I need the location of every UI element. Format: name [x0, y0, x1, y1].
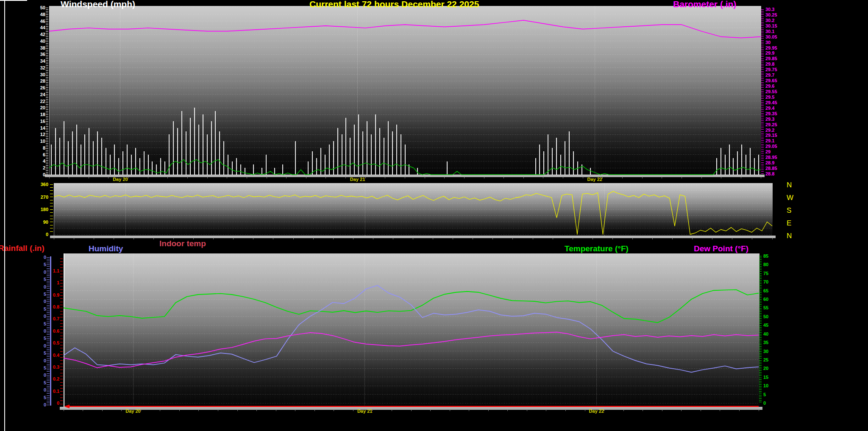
temperature-f-tick-label: 60: [763, 297, 768, 302]
temperature-f-tick-label: 20: [763, 366, 768, 371]
windspeed-mph-tick-label: 22: [20, 99, 45, 104]
humidity-pct-tick-label: 0: [21, 358, 46, 363]
windspeed-mph-tick-label: 32: [20, 65, 45, 70]
barometer-in-tick-label: 29.25: [765, 122, 777, 127]
rainfall-in-tick-label: 0.9: [34, 292, 59, 298]
humidity-pct-tick-label: 0: [21, 314, 46, 319]
temperature-f-tick-label: 85: [763, 253, 768, 259]
barometer-in-tick-label: 28.95: [765, 155, 777, 160]
humidity-pct-tick-label: 0: [21, 299, 46, 304]
barometer-in-tick-label: 30: [765, 40, 771, 45]
windspeed-mph-tick-label: 20: [20, 105, 45, 110]
windspeed-mph-tick-label: 0: [20, 172, 45, 177]
wind-direction-deg-tick-label: 270: [23, 195, 48, 200]
barometer-in-tick-label: 30.05: [765, 34, 777, 39]
indoor-temp-label: Indoor temp: [159, 239, 206, 248]
humidity-pct-tick-label: 0: [21, 328, 46, 334]
temperature-f-tick-label: 40: [763, 331, 768, 336]
windspeed-mph-tick-label: 8: [20, 145, 45, 150]
day-label: Day 20: [113, 177, 128, 182]
day-label: Day 21: [350, 177, 365, 182]
barometer-in-tick-label: 29.9: [765, 50, 774, 56]
barometer-in-tick-label: 30.15: [765, 23, 777, 28]
windspeed-barometer-plot-area: [49, 6, 761, 175]
compass-letter-w: W: [787, 194, 799, 202]
wind-direction-deg-tick-label: 360: [23, 182, 48, 187]
barometer-title: Barometer (.in): [673, 0, 736, 9]
barometer-in-tick-label: 29.95: [765, 45, 777, 50]
humidity-pct-tick-label: 5: [21, 292, 46, 297]
barometer-in-tick-label: 28.8: [765, 171, 774, 176]
windspeed-mph-tick-label: 10: [20, 139, 45, 144]
temperature-f-tick-label: 10: [763, 383, 768, 388]
wind-direction-deg-axis: [50, 184, 53, 231]
rainfall-in-axis: [60, 259, 63, 404]
humidity-pct-tick-label: 0: [21, 343, 46, 348]
rainfall-in-tick-label: 0.1: [34, 389, 59, 394]
temperature-label: Temperature (°F): [565, 244, 629, 253]
humidity-pct-tick-label: 0: [21, 402, 46, 407]
humidity-pct-tick-label: 5: [21, 262, 46, 267]
temperature-f-tick-label: 75: [763, 271, 768, 276]
rainfall-in-tick-label: 0.4: [34, 353, 59, 358]
temp-humidity-dew-rain-x-axis-bar: [60, 407, 762, 410]
humidity-pct-tick-label: 5: [21, 336, 46, 341]
barometer-in-tick-label: 29.55: [765, 89, 777, 94]
temperature-f-tick-label: 5: [763, 392, 766, 397]
temperature-f-tick-label: 65: [763, 288, 768, 293]
temperature-f-tick-label: 80: [763, 262, 768, 267]
humidity-pct-tick-label: 5: [21, 380, 46, 385]
rainfall-in-tick-label: 0: [34, 400, 59, 406]
barometer-in-tick-label: 29.2: [765, 128, 774, 133]
humidity-pct-tick-label: 0: [21, 270, 46, 275]
humidity-pct-tick-label: 5: [21, 350, 46, 356]
humidity-pct-tick-label: 5: [21, 365, 46, 370]
barometer-in-tick-label: 29: [765, 149, 771, 154]
barometer-in-tick-label: 29.6: [765, 83, 774, 89]
compass-letter-e: E: [787, 219, 799, 228]
windspeed-mph-tick-label: 2: [20, 165, 45, 170]
rainfall-in-tick-label: 0.6: [34, 328, 59, 334]
rainfall-in-tick-label: 0.2: [34, 376, 59, 381]
windspeed-mph-tick-label: 40: [20, 39, 45, 44]
barometer-in-tick-label: 29.65: [765, 78, 777, 83]
wind-direction-deg-tick-label: 90: [23, 220, 48, 225]
barometer-in-tick-label: 28.85: [765, 166, 777, 171]
barometer-in-tick-label: 29.1: [765, 138, 774, 143]
wind-direction-x-axis-bar: [50, 236, 776, 238]
windspeed-mph-tick-label: 36: [20, 52, 45, 57]
wind-direction-deg-tick-label: 180: [23, 207, 48, 212]
compass-letter-n2: N: [787, 232, 799, 240]
windspeed-mph-tick-label: 12: [20, 132, 45, 137]
windspeed-mph-tick-label: 38: [20, 45, 45, 50]
barometer-in-tick-label: 29.4: [765, 106, 774, 111]
barometer-in-tick-label: 29.85: [765, 56, 777, 61]
humidity-pct-tick-label: 5: [21, 395, 46, 400]
barometer-in-tick-label: 29.05: [765, 144, 777, 149]
temperature-f-tick-label: 35: [763, 340, 768, 345]
temperature-f-tick-label: 15: [763, 375, 768, 380]
barometer-in-tick-label: 29.3: [765, 117, 774, 122]
barometer-in-tick-label: 28.9: [765, 160, 774, 165]
humidity-pct-tick-label: 0: [21, 373, 46, 378]
humidity-pct-tick-label: 5: [21, 321, 46, 326]
windspeed-mph-tick-label: 34: [20, 58, 45, 64]
barometer-in-tick-label: 30.2: [765, 18, 774, 23]
window-border-top: [0, 0, 27, 1]
compass-letter-s: S: [787, 206, 799, 215]
windspeed-mph-tick-label: 6: [20, 152, 45, 157]
temp-humidity-dew-rain-plot-area: [64, 253, 760, 407]
wind-direction-plot-area: [54, 183, 773, 236]
humidity-pct-tick-label: 5: [21, 306, 46, 311]
rainfall-label: Rainfall (.in): [0, 244, 45, 253]
rainfall-in-tick-label: 0.5: [34, 340, 59, 345]
rainfall-in-tick-label: 0.7: [34, 316, 59, 321]
humidity-pct-tick-label: 0: [21, 255, 46, 260]
barometer-in-tick-label: 29.8: [765, 61, 774, 67]
temperature-f-tick-label: 55: [763, 305, 768, 310]
barometer-in-tick-label: 30.1: [765, 29, 774, 34]
temperature-f-tick-label: 25: [763, 357, 768, 362]
barometer-in-tick-label: 30.25: [765, 12, 777, 17]
rainfall-in-tick-label: 1: [34, 280, 59, 285]
windspeed-barometer-x-axis-bar: [45, 175, 765, 177]
